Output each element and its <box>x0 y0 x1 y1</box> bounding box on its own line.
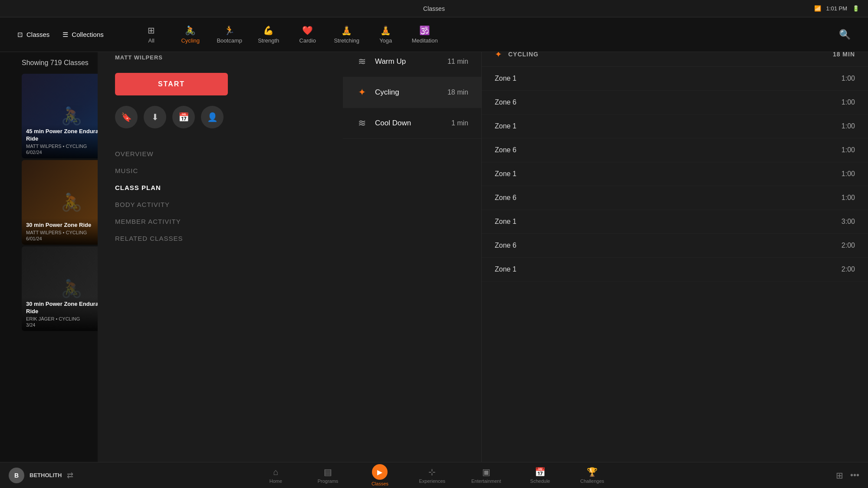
zone-time-0: 1:00 <box>842 75 855 82</box>
share-button[interactable]: 👤 <box>201 106 224 128</box>
zone-row-4: Zone 1 1:00 <box>482 162 868 186</box>
collections-label: Collections <box>72 31 103 38</box>
calendar-button[interactable]: 📅 <box>172 106 195 128</box>
zone-name-0: Zone 1 <box>495 75 516 82</box>
segment-cooldown-duration: 1 min <box>451 119 468 127</box>
cat-yoga-label: Yoga <box>379 37 392 44</box>
nav-entertainment[interactable]: ▣ Entertainment <box>471 467 501 484</box>
cardio-icon: ❤️ <box>302 25 313 36</box>
segment-cycling[interactable]: ✦ Cycling 18 min <box>343 77 481 108</box>
cat-cycling-label: Cycling <box>181 37 200 44</box>
segment-cycling-name: Cycling <box>375 88 441 97</box>
entertainment-label: Entertainment <box>471 478 501 484</box>
strength-icon: 💪 <box>263 25 274 36</box>
download-button[interactable]: ⬇ <box>144 106 166 128</box>
bookmark-icon: 🔖 <box>121 112 132 122</box>
classes-label: Classes <box>372 481 388 486</box>
user-section: B BETHOLITH ⇄ <box>9 468 73 483</box>
segment-warmup[interactable]: ≋ Warm Up 11 min <box>343 52 481 77</box>
zone-time-1: 1:00 <box>842 98 855 106</box>
cat-cycling[interactable]: 🚴 Cycling <box>178 25 204 44</box>
zone-section-duration: 18 MIN <box>833 52 855 58</box>
zone-name-3: Zone 6 <box>495 146 516 154</box>
cycling-segment-icon: ✦ <box>356 87 368 98</box>
segment-warmup-name: Warm Up <box>375 57 441 66</box>
home-label: Home <box>270 478 282 484</box>
nav-member-activity[interactable]: MEMBER ACTIVITY <box>115 218 332 225</box>
stretching-icon: 🧘 <box>341 25 352 36</box>
showing-count: Showing 719 Classes <box>22 59 89 67</box>
cycling-icon: 🚴 <box>185 25 196 36</box>
cat-all-label: All <box>148 37 155 44</box>
nav-body-activity[interactable]: BODY ACTIVITY <box>115 201 332 208</box>
nav-programs[interactable]: ▤ Programs <box>315 467 341 484</box>
zone-cycling-icon: ✦ <box>495 52 502 59</box>
collections-icon: ☰ <box>62 31 68 39</box>
share-icon: 👤 <box>207 112 218 122</box>
detail-panel: 6/13/24 @ 7:30 AM 30 min Power Zone Ride… <box>98 52 349 462</box>
battery-icon: 🔋 <box>852 5 859 12</box>
zone-section-name: CYCLING <box>508 52 539 58</box>
zone-time-2: 1:00 <box>842 122 855 130</box>
zone-time-7: 2:00 <box>842 242 855 249</box>
cat-meditation-label: Meditation <box>412 37 438 44</box>
yoga-icon: 🧘 <box>380 25 391 36</box>
zone-time-8: 2:00 <box>842 265 855 273</box>
cat-yoga[interactable]: 🧘 Yoga <box>373 25 399 44</box>
search-button[interactable]: 🔍 <box>839 29 851 40</box>
nav-related-classes[interactable]: RELATED CLASSES <box>115 235 332 242</box>
cat-all[interactable]: ⊞ All <box>138 25 164 44</box>
challenges-label: Challenges <box>580 478 604 484</box>
start-button[interactable]: START <box>115 73 228 95</box>
schedule-icon: 📅 <box>535 467 546 477</box>
cat-meditation[interactable]: 🕉️ Meditation <box>412 25 438 44</box>
grid-view-icon[interactable]: ⊞ <box>836 470 843 481</box>
nav-home[interactable]: ⌂ Home <box>263 467 289 484</box>
cat-stretching-label: Stretching <box>334 37 359 44</box>
signal-icon: 📶 <box>814 5 821 12</box>
nav-left: ⊡ Classes ☰ Collections <box>17 31 104 39</box>
nav-challenges[interactable]: 🏆 Challenges <box>579 467 605 484</box>
collections-nav-item[interactable]: ☰ Collections <box>62 31 103 39</box>
nav-experiences[interactable]: ⊹ Experiences <box>419 467 445 484</box>
zone-time-4: 1:00 <box>842 170 855 178</box>
programs-label: Programs <box>318 478 339 484</box>
experiences-icon: ⊹ <box>428 467 436 477</box>
zone-name-1: Zone 6 <box>495 98 516 106</box>
bottom-right-controls: ⊞ ••• <box>836 470 859 481</box>
segment-cooldown[interactable]: ≋ Cool Down 1 min <box>343 108 481 139</box>
more-options-icon[interactable]: ••• <box>850 470 859 480</box>
cat-cardio[interactable]: ❤️ Cardio <box>295 25 321 44</box>
bookmark-button[interactable]: 🔖 <box>115 106 138 128</box>
zone-row-8: Zone 1 2:00 <box>482 258 868 282</box>
zone-row-1: Zone 6 1:00 <box>482 91 868 115</box>
zone-name-4: Zone 1 <box>495 170 516 178</box>
zone-name-2: Zone 1 <box>495 122 516 130</box>
download-icon: ⬇ <box>151 112 159 122</box>
user-settings-icon[interactable]: ⇄ <box>67 471 73 480</box>
user-name: BETHOLITH <box>30 472 62 478</box>
top-bar: Classes 📶 1:01 PM 🔋 <box>0 0 868 17</box>
zone-name-8: Zone 1 <box>495 265 516 273</box>
challenges-icon: 🏆 <box>587 467 598 477</box>
zone-name-5: Zone 6 <box>495 194 516 202</box>
action-icons: 🔖 ⬇ 📅 👤 <box>115 106 332 128</box>
nav-overview[interactable]: OVERVIEW <box>115 150 332 157</box>
cat-bootcamp[interactable]: 🏃 Bootcamp <box>217 25 243 44</box>
classes-icon: ⊡ <box>17 31 23 39</box>
nav-class-plan[interactable]: CLASS PLAN <box>115 184 332 191</box>
segment-cycling-duration: 18 min <box>447 88 468 96</box>
cat-stretching[interactable]: 🧘 Stretching <box>334 25 360 44</box>
classes-nav-item[interactable]: ⊡ Classes <box>17 31 49 39</box>
cooldown-icon: ≋ <box>356 118 368 129</box>
segment-warmup-duration: 11 min <box>447 58 468 66</box>
time-display: 1:01 PM <box>826 5 847 12</box>
zone-row-2: Zone 1 1:00 <box>482 115 868 138</box>
entertainment-icon: ▣ <box>482 467 490 477</box>
nav-classes[interactable]: ▶ Classes <box>367 464 393 486</box>
zone-row-7: Zone 6 2:00 <box>482 234 868 258</box>
nav-music[interactable]: MUSIC <box>115 167 332 174</box>
nav-schedule[interactable]: 📅 Schedule <box>527 467 553 484</box>
cat-strength[interactable]: 💪 Strength <box>256 25 282 44</box>
zone-time-5: 1:00 <box>842 194 855 202</box>
